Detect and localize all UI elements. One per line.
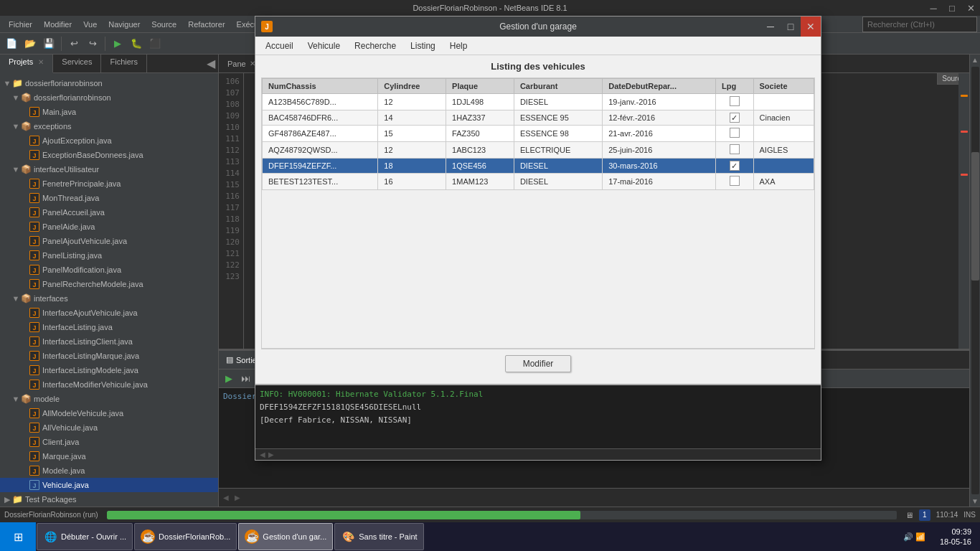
tree-exception-base[interactable]: J ExceptionBaseDonnees.java — [0, 148, 218, 162]
tree-if-ajout[interactable]: J InterfaceAjoutVehicule.java — [0, 306, 218, 320]
tree-if-client[interactable]: J InterfaceListingClient.java — [0, 334, 218, 349]
tree-test-packages[interactable]: ▶ 📁 Test Packages — [0, 492, 218, 507]
cell-num-chassis: AQZ48792QWSD... — [263, 142, 378, 159]
dialog-menu-listing[interactable]: Listing — [403, 39, 443, 53]
col-cylindree: Cylindree — [378, 79, 446, 94]
output-line: DFEF1594ZEFZF15181QSE456DIESELnull — [260, 401, 816, 414]
table-row[interactable]: A123B456C789D... 12 1DJL498 DIESEL 19-ja… — [263, 94, 814, 110]
tree-modele-java[interactable]: J Modele.java — [0, 463, 218, 478]
output-run-btn[interactable]: ▶ — [222, 372, 236, 386]
cell-date: 17-mai-2016 — [603, 174, 716, 190]
nb-maximize-btn[interactable]: □ — [943, 0, 961, 16]
src-icon: 📦 — [20, 92, 32, 103]
cell-plaque: 1HAZ337 — [446, 110, 514, 126]
tree-panel-ajout[interactable]: J PanelAjoutVehicule.java — [0, 234, 218, 248]
tree-monthread[interactable]: J MonThread.java — [0, 191, 218, 205]
table-row[interactable]: AQZ48792QWSD... 12 1ABC123 ELECTRIQUE 25… — [263, 142, 814, 159]
tree-main-java[interactable]: J Main.java — [0, 105, 218, 119]
table-row[interactable]: BAC458746DFR6... 14 1HAZ337 ESSENCE 95 1… — [263, 110, 814, 126]
tree-panel-modif[interactable]: J PanelModification.java — [0, 263, 218, 277]
dialog-menu-vehicule[interactable]: Vehicule — [301, 39, 347, 53]
dialog-maximize-btn[interactable]: □ — [781, 17, 801, 37]
panel-collapse-btn[interactable]: ◀ — [207, 57, 215, 70]
fenetre-icon: J — [29, 178, 40, 189]
tree-panel-recherche[interactable]: J PanelRechercheModele.java — [0, 277, 218, 291]
tree-if-modele[interactable]: J InterfaceListingModele.java — [0, 363, 218, 377]
right-scroll-down[interactable]: ▼ — [970, 496, 980, 507]
tree-ajout-exception[interactable]: J AjoutException.java — [0, 133, 218, 148]
tab-projets[interactable]: Projets ✕ — [0, 55, 53, 73]
tree-modele[interactable]: ▼ 📦 modele — [0, 392, 218, 406]
output-step1-btn[interactable]: ⏭ — [238, 372, 253, 386]
tree-panel-aide[interactable]: J PanelAide.java — [0, 220, 218, 234]
tree-if-marque[interactable]: J InterfaceListingMarque.java — [0, 349, 218, 363]
right-scroll-track[interactable] — [971, 67, 979, 494]
cell-num-chassis: BAC458746DFR6... — [263, 110, 378, 126]
run-btn[interactable]: ▶ — [109, 35, 126, 52]
right-scroll-up[interactable]: ▲ — [970, 55, 980, 65]
tree-root[interactable]: ▼ 📁 dossierflorianrobinson — [0, 76, 218, 90]
tree-panel-accueil[interactable]: J PanelAccueil.java — [0, 205, 218, 220]
dialog-menu-accueil[interactable]: Accueil — [258, 39, 301, 53]
tree-if-modifier[interactable]: J InterfaceModifierVehicule.java — [0, 377, 218, 392]
undo-btn[interactable]: ↩ — [65, 35, 83, 52]
open-file-btn[interactable]: 📂 — [22, 35, 39, 52]
tree-all-vehicule[interactable]: J AllVehicule.java — [0, 420, 218, 435]
save-btn[interactable]: 💾 — [40, 35, 57, 52]
cell-num-chassis: GF48786AZE487... — [263, 126, 378, 142]
redo-btn[interactable]: ↪ — [84, 35, 101, 52]
panel-ajout-label: PanelAjoutVehicule.java — [42, 237, 127, 245]
nb-close-btn[interactable]: ✕ — [961, 0, 980, 16]
tree-panel-listing[interactable]: J PanelListing.java — [0, 248, 218, 263]
exc-base-label: ExceptionBaseDonnees.java — [42, 151, 143, 159]
tree-interface-utilisateur[interactable]: ▼ 📦 interfaceUtilisateur — [0, 162, 218, 176]
debug-btn[interactable]: 🐛 — [128, 35, 145, 52]
tree-exceptions[interactable]: ▼ 📦 exceptions — [0, 119, 218, 133]
dialog-menu-recherche[interactable]: Recherche — [347, 39, 403, 53]
if-ajout-icon: J — [29, 307, 40, 319]
menu-fichier[interactable]: Fichier — [3, 18, 38, 31]
exc-icon: 📦 — [20, 121, 32, 132]
tree-all-modele[interactable]: J AllModeleVehicule.java — [0, 406, 218, 420]
tree-client[interactable]: J Client.java — [0, 435, 218, 449]
tree-fenetre[interactable]: J FenetrePrincipale.java — [0, 176, 218, 191]
ajout-exc-icon: J — [29, 135, 40, 146]
tree-source-packages[interactable]: ▼ 📦 dossierflorianrobinson — [0, 90, 218, 105]
modifier-button[interactable]: Modifier — [505, 355, 572, 372]
line-num-119: 119 — [219, 225, 240, 237]
menu-refactorer[interactable]: Refactorer — [182, 18, 230, 31]
start-button[interactable]: ⊞ — [0, 522, 36, 551]
dialog-minimize-btn[interactable]: ─ — [760, 17, 781, 37]
tree-if-listing[interactable]: J InterfaceListing.java — [0, 320, 218, 334]
if-icon: 📦 — [20, 293, 32, 304]
debuter-label: Débuter - Ouvrir ... — [61, 532, 126, 541]
taskbar-item-debuter[interactable]: 🌐 Débuter - Ouvrir ... — [37, 523, 133, 550]
dialog-menu-help[interactable]: Help — [443, 39, 475, 53]
tree-interfaces[interactable]: ▼ 📦 interfaces — [0, 291, 218, 306]
cell-societe — [753, 94, 814, 110]
ajout-exc-label: AjoutException.java — [42, 136, 112, 145]
new-file-btn[interactable]: 📄 — [3, 35, 20, 52]
taskbar-item-garage[interactable]: ☕ Gestion d'un gar... — [238, 523, 333, 550]
tree-vehicule-java[interactable]: J Vehicule.java — [0, 478, 218, 492]
nb-minimize-btn[interactable]: ─ — [924, 0, 943, 16]
tree-marque[interactable]: J Marque.java — [0, 449, 218, 463]
table-row[interactable]: DFEF1594ZEFZF... 18 1QSE456 DIESEL 30-ma… — [263, 159, 814, 174]
menu-source[interactable]: Source — [146, 18, 182, 31]
root-label: dossierflorianrobinson — [25, 79, 103, 88]
table-row[interactable]: BETEST123TEST... 16 1MAM123 DIESEL 17-ma… — [263, 174, 814, 190]
tab-services[interactable]: Services — [53, 55, 101, 72]
dialog-close-btn[interactable]: ✕ — [801, 17, 821, 37]
tab-fichiers[interactable]: Fichiers — [101, 55, 147, 72]
stop-btn[interactable]: ⬛ — [146, 35, 164, 52]
status-icon: 🖥 — [905, 511, 913, 519]
search-input[interactable] — [862, 17, 977, 32]
taskbar-item-paint[interactable]: 🎨 Sans titre - Paint — [334, 523, 423, 550]
tab-projets-close[interactable]: ✕ — [38, 58, 44, 66]
menu-vue[interactable]: Vue — [77, 18, 103, 31]
menu-naviguer[interactable]: Naviguer — [103, 18, 146, 31]
dialog-titlebar: J Gestion d'un garage ─ □ ✕ — [255, 17, 821, 37]
taskbar-item-netbeans[interactable]: ☕ DossierFlorianRob... — [134, 523, 237, 550]
menu-modifier[interactable]: Modifier — [38, 18, 77, 31]
table-row[interactable]: GF48786AZE487... 15 FAZ350 ESSENCE 98 21… — [263, 126, 814, 142]
